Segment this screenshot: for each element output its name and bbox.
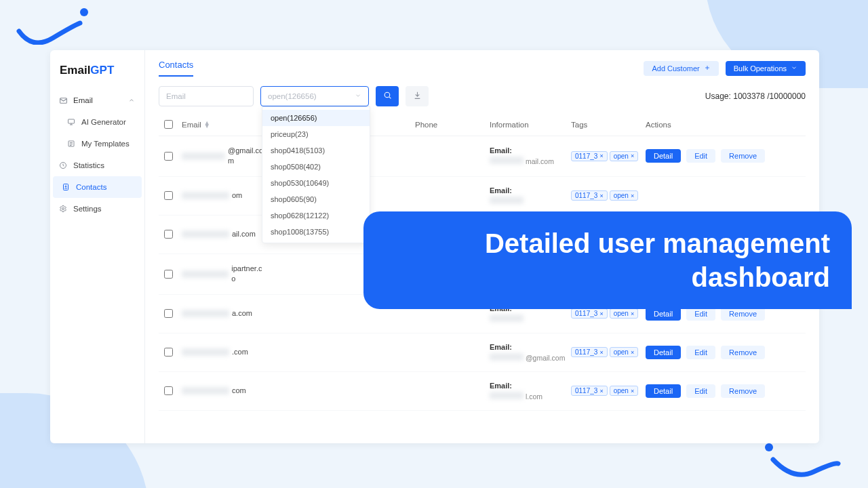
- tag-pill[interactable]: open ×: [610, 347, 639, 357]
- row-actions: DetailEditRemove: [646, 384, 806, 398]
- chevron-up-icon: [127, 96, 136, 105]
- download-icon: [413, 91, 422, 102]
- col-info-header: Information: [490, 121, 571, 129]
- remove-button[interactable]: Remove: [721, 149, 765, 163]
- row-checkbox[interactable]: [164, 230, 173, 239]
- row-info: Email: @gmail.com: [490, 343, 571, 362]
- tag-select-value: open(126656): [268, 92, 317, 100]
- col-phone-header: Phone: [415, 121, 490, 129]
- header-actions: Add Customer Bulk Operations: [644, 61, 806, 76]
- search-icon: [383, 91, 392, 102]
- plus-icon: [704, 64, 711, 73]
- edit-button[interactable]: Edit: [686, 384, 715, 398]
- download-button[interactable]: [406, 86, 429, 106]
- svg-point-0: [80, 8, 88, 16]
- tag-pill[interactable]: open ×: [610, 308, 639, 319]
- bulk-operations-button[interactable]: Bulk Operations: [726, 61, 806, 76]
- table-row: .comEmail: @gmail.com0117_3 ×open ×Detai…: [159, 333, 806, 372]
- logo-part2: GPT: [90, 64, 114, 77]
- row-checkbox[interactable]: [164, 309, 173, 318]
- row-tags: 0117_3 ×open ×: [571, 151, 646, 161]
- dropdown-option[interactable]: open(126656): [262, 110, 370, 126]
- nav-ai-generator[interactable]: AI Generator: [50, 111, 144, 133]
- search-button[interactable]: [376, 86, 399, 106]
- col-tags-header: Tags: [571, 121, 646, 129]
- gear-icon: [58, 204, 68, 214]
- tag-pill[interactable]: open ×: [610, 151, 639, 161]
- row-checkbox[interactable]: [164, 348, 173, 357]
- row-actions: DetailEditRemove: [646, 346, 806, 359]
- row-select-cell: [159, 348, 178, 357]
- row-info: Email: l.com: [490, 382, 571, 401]
- usage-text: Usage: 1003378 /10000000: [705, 92, 806, 101]
- col-email-label: Email: [182, 121, 201, 129]
- row-checkbox[interactable]: [164, 191, 173, 200]
- tag-pill[interactable]: open ×: [610, 386, 639, 396]
- email-filter-input[interactable]: [159, 86, 254, 106]
- dropdown-option[interactable]: shop0530(10649): [262, 175, 370, 191]
- nav-statistics[interactable]: Statistics: [50, 155, 144, 176]
- nav-email[interactable]: Email: [50, 89, 144, 111]
- row-email: com: [178, 386, 266, 396]
- list-icon: [66, 139, 76, 148]
- tag-pill[interactable]: open ×: [610, 190, 639, 201]
- tag-pill[interactable]: 0117_3 ×: [571, 151, 608, 161]
- row-email: ail.com: [178, 229, 266, 239]
- table-row: @gmail.comEmail: mail.com0117_3 ×open ×D…: [159, 136, 806, 177]
- dropdown-option[interactable]: shop0508(402): [262, 159, 370, 175]
- remove-button[interactable]: Remove: [721, 384, 765, 398]
- svg-point-7: [65, 186, 66, 187]
- tag-select[interactable]: open(126656): [260, 86, 369, 106]
- row-tags: 0117_3 ×open ×: [571, 308, 646, 319]
- col-tags-label: Tags: [571, 121, 587, 129]
- row-select-cell: [159, 191, 178, 200]
- table-header: Email ▲▼ Fi... Phone Information Tags Ac…: [159, 113, 806, 136]
- col-email-header[interactable]: Email ▲▼: [178, 121, 266, 129]
- row-tags: 0117_3 ×open ×: [571, 386, 646, 396]
- dropdown-option[interactable]: shop1008(13755): [262, 224, 370, 240]
- contacts-icon: [61, 182, 71, 192]
- dropdown-option[interactable]: shop0628(12122): [262, 207, 370, 224]
- logo: EmailGPT: [50, 60, 144, 89]
- add-customer-button[interactable]: Add Customer: [644, 61, 718, 76]
- tag-pill[interactable]: 0117_3 ×: [571, 190, 608, 201]
- col-info-label: Information: [490, 121, 529, 129]
- nav-statistics-label: Statistics: [73, 161, 104, 169]
- nav-settings[interactable]: Settings: [50, 198, 144, 220]
- chevron-down-icon: [791, 64, 797, 73]
- tag-pill[interactable]: 0117_3 ×: [571, 386, 608, 396]
- select-all-cell: [159, 120, 178, 129]
- row-checkbox[interactable]: [164, 386, 173, 395]
- nav-my-templates-label: My Templates: [81, 140, 130, 148]
- sidebar: EmailGPT Email AI Generator My Templat: [50, 50, 145, 443]
- select-all-checkbox[interactable]: [164, 120, 173, 129]
- nav-settings-label: Settings: [73, 205, 102, 213]
- row-checkbox[interactable]: [164, 152, 173, 161]
- detail-button[interactable]: Detail: [646, 346, 681, 359]
- tag-dropdown: open(126656)priceup(23)shop0418(5103)sho…: [262, 106, 370, 243]
- add-customer-label: Add Customer: [652, 64, 699, 73]
- detail-button[interactable]: Detail: [646, 384, 681, 398]
- tag-pill[interactable]: 0117_3 ×: [571, 347, 608, 357]
- dropdown-option[interactable]: shop0418(5103): [262, 142, 370, 159]
- detail-button[interactable]: Detail: [646, 149, 681, 163]
- edit-button[interactable]: Edit: [686, 346, 715, 359]
- filter-bar: open(126656) Usage: 1003378 /10000000: [159, 86, 806, 106]
- promo-callout: Detailed user management dashboard: [363, 211, 852, 309]
- col-actions-label: Actions: [646, 121, 671, 129]
- page-title: Contacts: [159, 60, 193, 77]
- row-actions: DetailEditRemove: [646, 149, 806, 163]
- remove-button[interactable]: Remove: [721, 346, 765, 359]
- nav-my-templates[interactable]: My Templates: [50, 133, 144, 155]
- row-email: @gmail.com: [178, 146, 266, 167]
- row-checkbox[interactable]: [164, 270, 173, 279]
- row-email: om: [178, 190, 266, 201]
- edit-button[interactable]: Edit: [686, 149, 715, 163]
- dropdown-option[interactable]: shop0605(90): [262, 191, 370, 207]
- decorative-squiggle: [12, 4, 94, 45]
- page-header: Contacts Add Customer Bulk Operations: [159, 60, 806, 77]
- tag-pill[interactable]: 0117_3 ×: [571, 308, 608, 319]
- dropdown-option[interactable]: priceup(23): [262, 126, 370, 142]
- nav-contacts[interactable]: Contacts: [53, 176, 142, 198]
- clock-icon: [58, 161, 68, 170]
